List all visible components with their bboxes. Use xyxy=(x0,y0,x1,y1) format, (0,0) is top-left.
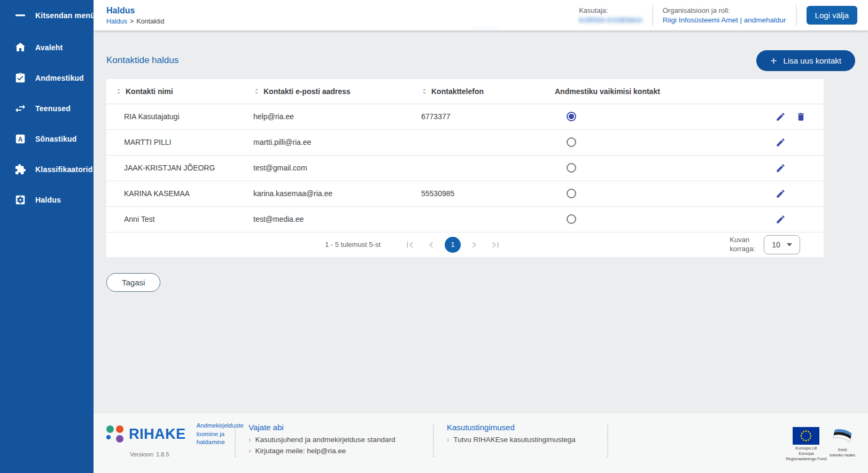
contact-email: karina.kasemaa@ria.ee xyxy=(244,181,412,206)
table-row: RIA Kasutajatugi help@ria.ee 6773377 xyxy=(106,104,824,129)
top-header: Haldus Haldus > Kontaktid Kasutaja: KARI… xyxy=(94,0,868,30)
terms-link[interactable]: Tutvu RIHAKEse kasutustingimustega xyxy=(447,436,594,444)
eu-flag-icon xyxy=(793,427,819,445)
puzzle-icon xyxy=(14,163,27,176)
contact-name: RIA Kasutajatugi xyxy=(106,104,244,129)
sidebar-item-sonastikud[interactable]: A Sõnastikud xyxy=(0,123,94,154)
contact-name: JAAK-KRISTJAN JÕEORG xyxy=(106,155,244,181)
contacts-table-card: Kontakti nimi Kontakti e-posti aadress K… xyxy=(106,79,824,257)
help-title: Vajate abi xyxy=(249,423,420,432)
edit-pencil-icon[interactable] xyxy=(775,162,786,174)
contacts-table: Kontakti nimi Kontakti e-posti aadress K… xyxy=(106,79,824,232)
app-root: Kitsendan menüü Avaleht Andmestikud Teen… xyxy=(0,0,868,473)
header-divider xyxy=(652,5,653,26)
version-label: Versioon: 1.8.5 xyxy=(130,451,235,458)
eu-flag-caption: Euroopa Liit Euroopa Regionaalarengu Fon… xyxy=(786,446,826,462)
edit-pencil-icon[interactable] xyxy=(775,111,786,122)
collapse-menu-button[interactable]: Kitsendan menüü xyxy=(0,5,94,26)
default-contact-radio[interactable] xyxy=(567,189,576,198)
pagination-summary: 1 - 5 tulemust 5-st xyxy=(325,241,381,249)
pagination-bar: 1 - 5 tulemust 5-st 1 Kuvan korraga: 10 xyxy=(106,232,824,257)
table-row: JAAK-KRISTJAN JÕEORG test@gmail.com xyxy=(106,155,824,181)
user-block: Kasutaja: KARINA KASEMAA xyxy=(579,6,642,24)
sidebar-item-label: Teenused xyxy=(35,104,71,113)
contact-email: help@ria.ee xyxy=(244,104,412,129)
brand-block: RIHAKE Andmekirjelduste loomine ja halda… xyxy=(106,422,235,458)
sidebar: Kitsendan menüü Avaleht Andmestikud Teen… xyxy=(0,0,94,473)
page-number-button[interactable]: 1 xyxy=(445,237,461,253)
contact-name: KARINA KASEMAA xyxy=(106,181,244,206)
page-size-select[interactable]: 10 xyxy=(764,235,800,254)
clipboard-check-icon xyxy=(14,72,27,84)
right-column: Haldus Haldus > Kontaktid Kasutaja: KARI… xyxy=(94,0,868,473)
sidebar-item-haldus[interactable]: Haldus xyxy=(0,184,94,215)
help-link-email[interactable]: Kirjutage meile: help@ria.ee xyxy=(249,447,420,455)
edit-pencil-icon[interactable] xyxy=(775,188,786,199)
user-label: Kasutaja: xyxy=(579,6,642,14)
default-contact-radio[interactable] xyxy=(567,214,576,224)
breadcrumb: Haldus > Kontaktid xyxy=(106,18,164,25)
contact-phone xyxy=(412,206,544,232)
contact-phone xyxy=(412,129,544,155)
svg-text:A: A xyxy=(18,135,23,143)
column-header-phone[interactable]: Kontakttelefon xyxy=(412,79,544,104)
sidebar-item-klassifikaatorid[interactable]: Klassifikaatorid xyxy=(0,154,94,184)
sidebar-item-label: Sõnastikud xyxy=(35,135,76,143)
header-title-block: Haldus Haldus > Kontaktid xyxy=(106,6,164,25)
organisation-block: Organisatsioon ja roll: Riigi Infosüstee… xyxy=(663,6,786,24)
plus-icon: + xyxy=(770,55,777,66)
column-header-name[interactable]: Kontakti nimi xyxy=(106,79,244,104)
default-contact-radio[interactable] xyxy=(567,137,576,147)
funding-logos: Euroopa Liit Euroopa Regionaalarengu Fon… xyxy=(786,422,855,462)
contact-name: MARTTI PILLI xyxy=(106,129,244,155)
organisation-value: Riigi Infosüsteemi Amet | andmehaldur xyxy=(663,16,786,24)
default-contact-radio[interactable] xyxy=(567,163,576,173)
page-size-value: 10 xyxy=(772,241,780,249)
sort-icon xyxy=(253,88,260,95)
gear-square-icon xyxy=(14,193,27,206)
sort-icon xyxy=(421,88,428,95)
header-notch xyxy=(469,26,502,30)
edit-pencil-icon[interactable] xyxy=(775,137,786,148)
contact-phone xyxy=(412,155,544,181)
collapse-menu-label: Kitsendan menüü xyxy=(35,11,99,20)
back-button[interactable]: Tagasi xyxy=(106,273,160,292)
sidebar-item-teenused[interactable]: Teenused xyxy=(0,93,94,123)
sidebar-item-avaleht[interactable]: Avaleht xyxy=(0,32,94,63)
next-page-icon[interactable] xyxy=(466,237,482,253)
first-page-icon[interactable] xyxy=(402,237,418,253)
table-row: MARTTI PILLI martti.pilli@ria.ee xyxy=(106,129,824,155)
contact-email: test@media.ee xyxy=(244,206,412,232)
organisation-label: Organisatsioon ja roll: xyxy=(663,6,786,14)
table-row: KARINA KASEMAA karina.kasemaa@ria.ee 555… xyxy=(106,181,824,206)
minus-icon xyxy=(14,9,27,22)
sidebar-item-andmestikud[interactable]: Andmestikud xyxy=(0,63,94,93)
sort-icon xyxy=(115,88,122,95)
add-contact-button[interactable]: + Lisa uus kontakt xyxy=(756,50,855,71)
last-page-icon[interactable] xyxy=(487,237,503,253)
help-link-manual[interactable]: Kasutusjuhend ja andmekirjelduse standar… xyxy=(249,436,420,444)
main-content: Kontaktide haldus + Lisa uus kontakt Kon… xyxy=(94,30,868,413)
add-contact-label: Lisa uus kontakt xyxy=(784,56,841,65)
default-contact-radio[interactable] xyxy=(567,112,576,121)
footer-divider xyxy=(607,424,608,457)
chevron-down-icon xyxy=(787,243,792,246)
section-header-row: Kontaktide haldus + Lisa uus kontakt xyxy=(106,50,855,71)
previous-page-icon[interactable] xyxy=(423,237,439,253)
contact-email: test@gmail.com xyxy=(244,155,412,181)
user-name: KARINA KASEMAA xyxy=(579,16,642,24)
page-size-label: Kuvan korraga: xyxy=(730,236,755,254)
contact-phone: 6773377 xyxy=(412,104,544,129)
column-header-email[interactable]: Kontakti e-posti aadress xyxy=(244,79,412,104)
sidebar-item-label: Avaleht xyxy=(35,43,63,52)
breadcrumb-parent-link[interactable]: Haldus xyxy=(106,18,127,25)
brand-name: RIHAKE xyxy=(129,426,186,443)
table-header-row: Kontakti nimi Kontakti e-posti aadress K… xyxy=(106,79,824,104)
rihake-dots-logo xyxy=(106,425,123,443)
logout-button[interactable]: Logi välja xyxy=(807,6,857,25)
header-divider xyxy=(796,5,797,26)
swap-arrows-icon xyxy=(14,102,27,115)
edit-pencil-icon[interactable] xyxy=(775,214,786,225)
sidebar-item-label: Andmestikud xyxy=(35,74,84,82)
delete-trash-icon[interactable] xyxy=(795,111,807,122)
